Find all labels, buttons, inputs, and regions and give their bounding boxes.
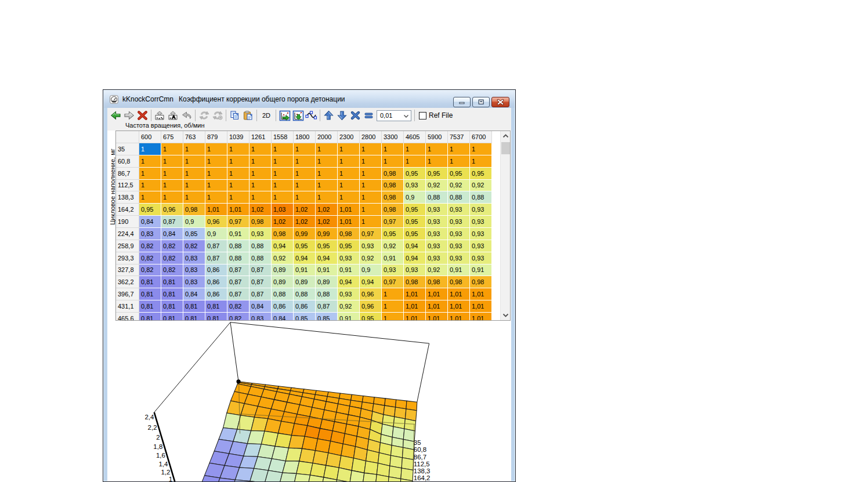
cell-r13c15[interactable]: 1,01 <box>470 300 492 313</box>
cell-r5c12[interactable]: 0,95 <box>404 204 426 216</box>
column-header-675[interactable]: 675 <box>161 131 183 143</box>
cell-r5c15[interactable]: 0,93 <box>470 204 492 216</box>
cell-r2c10[interactable]: 1 <box>360 168 382 180</box>
cell-r10c1[interactable]: 0,82 <box>161 264 183 277</box>
ref-file-checkbox[interactable] <box>419 112 426 119</box>
cell-r7c4[interactable]: 0,91 <box>227 228 249 240</box>
row-header-190[interactable]: 190 <box>116 216 139 228</box>
cell-r1c1[interactable]: 1 <box>161 155 183 168</box>
cell-r4c12[interactable]: 0,9 <box>404 191 426 204</box>
column-header-1261[interactable]: 1261 <box>249 131 272 143</box>
cell-r14c6[interactable]: 0,84 <box>272 313 294 321</box>
cell-r12c8[interactable]: 0,88 <box>316 288 338 300</box>
curve-editor-button[interactable] <box>305 110 318 121</box>
cell-r9c13[interactable]: 0,93 <box>426 252 448 264</box>
cell-r14c2[interactable]: 0,81 <box>183 313 205 321</box>
cell-r11c9[interactable]: 0,94 <box>338 276 360 288</box>
cell-r2c15[interactable]: 0,95 <box>470 168 492 180</box>
cell-r6c5[interactable]: 0,98 <box>249 216 272 228</box>
cell-r8c1[interactable]: 0,82 <box>161 240 183 252</box>
cell-r1c10[interactable]: 1 <box>360 155 382 168</box>
cell-r10c9[interactable]: 0,91 <box>338 264 360 277</box>
cell-r1c8[interactable]: 1 <box>316 155 338 168</box>
step-value-select[interactable]: 0,01 <box>377 110 411 121</box>
cell-r0c10[interactable]: 1 <box>360 143 382 155</box>
cell-r4c5[interactable]: 1 <box>249 191 272 204</box>
cell-r13c7[interactable]: 0,86 <box>294 300 316 313</box>
cell-r6c12[interactable]: 0,95 <box>404 216 426 228</box>
cell-r9c8[interactable]: 0,94 <box>316 252 338 264</box>
cell-r2c1[interactable]: 1 <box>161 168 183 180</box>
cell-r0c5[interactable]: 1 <box>249 143 272 155</box>
back-button[interactable] <box>109 110 122 121</box>
cell-r13c14[interactable]: 1,01 <box>448 300 470 313</box>
cell-r3c1[interactable]: 1 <box>161 180 183 192</box>
cell-r12c13[interactable]: 1,01 <box>426 288 448 300</box>
cell-r5c3[interactable]: 1,01 <box>205 204 227 216</box>
cell-r6c14[interactable]: 0,93 <box>448 216 470 228</box>
cell-r1c14[interactable]: 1 <box>448 155 470 168</box>
cell-r3c6[interactable]: 1 <box>272 180 294 192</box>
cell-r7c15[interactable]: 0,93 <box>470 228 492 240</box>
row-header-431,1[interactable]: 431,1 <box>116 300 139 313</box>
cell-r1c11[interactable]: 1 <box>382 155 404 168</box>
surface-3d-plot[interactable]: 2,42,221,81,61,41,213560,886,7112,5138,3… <box>107 321 511 481</box>
cell-r4c4[interactable]: 1 <box>227 191 249 204</box>
forward-button[interactable] <box>122 110 136 121</box>
column-header-879[interactable]: 879 <box>205 131 227 143</box>
row-header-327,8[interactable]: 327,8 <box>116 264 139 277</box>
multiply-button[interactable] <box>349 110 362 121</box>
cell-r14c13[interactable]: 1,01 <box>426 313 448 321</box>
cell-r1c15[interactable]: 1 <box>470 155 492 168</box>
column-header-2800[interactable]: 2800 <box>360 131 382 143</box>
cell-r5c2[interactable]: 0,98 <box>183 204 205 216</box>
paste-button[interactable] <box>241 110 255 121</box>
cell-r13c8[interactable]: 0,87 <box>316 300 338 313</box>
column-header-6700[interactable]: 6700 <box>470 131 492 143</box>
cell-r3c10[interactable]: 1 <box>360 180 382 192</box>
cell-r10c3[interactable]: 0,86 <box>205 264 227 277</box>
cell-r7c10[interactable]: 0,97 <box>360 228 382 240</box>
column-header-7537[interactable]: 7537 <box>448 131 470 143</box>
cell-r8c4[interactable]: 0,88 <box>227 240 249 252</box>
cell-r0c4[interactable]: 1 <box>227 143 249 155</box>
cell-r3c15[interactable]: 0,92 <box>470 180 492 192</box>
cell-r10c6[interactable]: 0,89 <box>272 264 294 277</box>
close-button[interactable] <box>491 97 509 107</box>
cell-r11c4[interactable]: 0,87 <box>227 276 249 288</box>
column-header-600[interactable]: 600 <box>139 131 161 143</box>
cell-r3c9[interactable]: 1 <box>338 180 360 192</box>
cell-r0c3[interactable]: 1 <box>205 143 227 155</box>
cell-r8c11[interactable]: 0,92 <box>382 240 404 252</box>
cell-r9c10[interactable]: 0,92 <box>360 252 382 264</box>
cell-r0c7[interactable]: 1 <box>294 143 316 155</box>
cell-r14c7[interactable]: 0,85 <box>294 313 316 321</box>
cell-r12c10[interactable]: 0,96 <box>360 288 382 300</box>
cell-r12c7[interactable]: 0,88 <box>294 288 316 300</box>
cell-r2c14[interactable]: 0,95 <box>448 168 470 180</box>
maximize-button[interactable] <box>472 97 490 107</box>
cell-r11c11[interactable]: 0,97 <box>382 276 404 288</box>
cell-r3c7[interactable]: 1 <box>294 180 316 192</box>
cell-r7c14[interactable]: 0,93 <box>448 228 470 240</box>
cell-r7c5[interactable]: 0,93 <box>249 228 272 240</box>
cell-r4c11[interactable]: 0,98 <box>382 191 404 204</box>
cell-r10c10[interactable]: 0,9 <box>360 264 382 277</box>
cell-r11c6[interactable]: 0,89 <box>272 276 294 288</box>
cell-r4c8[interactable]: 1 <box>316 191 338 204</box>
cell-r11c2[interactable]: 0,83 <box>183 276 205 288</box>
column-header-2000[interactable]: 2000 <box>316 131 338 143</box>
cell-r5c6[interactable]: 1,03 <box>272 204 294 216</box>
cell-r3c2[interactable]: 1 <box>183 180 205 192</box>
redo-all-button[interactable] <box>211 110 224 121</box>
cell-r7c6[interactable]: 0,98 <box>272 228 294 240</box>
cell-r4c7[interactable]: 1 <box>294 191 316 204</box>
cell-r3c5[interactable]: 1 <box>249 180 272 192</box>
load-box-a-button[interactable] <box>167 110 180 121</box>
cell-r11c14[interactable]: 0,98 <box>448 276 470 288</box>
cell-r4c9[interactable]: 1 <box>338 191 360 204</box>
cell-r3c11[interactable]: 0,98 <box>382 180 404 192</box>
cell-r7c12[interactable]: 0,95 <box>404 228 426 240</box>
export-chart-button[interactable] <box>278 110 291 121</box>
cell-r1c12[interactable]: 1 <box>404 155 426 168</box>
